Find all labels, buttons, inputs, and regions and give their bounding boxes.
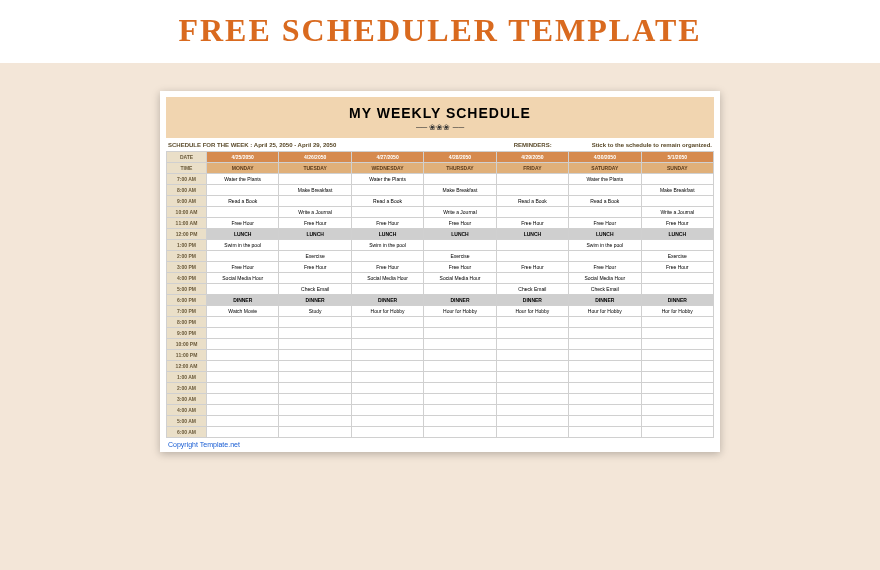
schedule-cell[interactable] — [496, 383, 568, 394]
schedule-cell[interactable] — [351, 207, 423, 218]
schedule-cell[interactable] — [496, 185, 568, 196]
schedule-cell[interactable] — [569, 427, 641, 438]
schedule-cell[interactable]: Free Hour — [569, 262, 641, 273]
schedule-cell[interactable] — [641, 339, 713, 350]
schedule-cell[interactable]: DINNER — [569, 295, 641, 306]
schedule-cell[interactable] — [279, 383, 351, 394]
schedule-cell[interactable]: Water the Plants — [207, 174, 279, 185]
schedule-cell[interactable] — [641, 317, 713, 328]
schedule-cell[interactable] — [279, 240, 351, 251]
schedule-cell[interactable] — [207, 207, 279, 218]
schedule-cell[interactable]: Read a Book — [569, 196, 641, 207]
schedule-cell[interactable]: Social Media Hour — [207, 273, 279, 284]
schedule-cell[interactable] — [496, 416, 568, 427]
schedule-cell[interactable]: Check Email — [569, 284, 641, 295]
schedule-cell[interactable] — [641, 394, 713, 405]
schedule-cell[interactable] — [279, 394, 351, 405]
schedule-cell[interactable]: Read a Book — [351, 196, 423, 207]
schedule-cell[interactable] — [424, 328, 496, 339]
schedule-cell[interactable]: Water the Plants — [351, 174, 423, 185]
schedule-cell[interactable] — [351, 361, 423, 372]
schedule-cell[interactable]: Check Email — [279, 284, 351, 295]
schedule-cell[interactable] — [641, 284, 713, 295]
schedule-cell[interactable] — [351, 416, 423, 427]
schedule-cell[interactable]: Read a Book — [496, 196, 568, 207]
schedule-cell[interactable]: Free Hour — [424, 218, 496, 229]
schedule-cell[interactable] — [496, 317, 568, 328]
schedule-cell[interactable]: Study — [279, 306, 351, 317]
schedule-cell[interactable]: Free Hour — [641, 262, 713, 273]
schedule-cell[interactable] — [569, 339, 641, 350]
schedule-cell[interactable]: DINNER — [496, 295, 568, 306]
schedule-cell[interactable] — [496, 350, 568, 361]
schedule-cell[interactable] — [351, 328, 423, 339]
schedule-cell[interactable] — [641, 416, 713, 427]
schedule-cell[interactable] — [424, 174, 496, 185]
schedule-cell[interactable]: Write a Journal — [279, 207, 351, 218]
schedule-cell[interactable] — [424, 361, 496, 372]
schedule-cell[interactable]: Free Hour — [641, 218, 713, 229]
schedule-cell[interactable]: Make Breakfast — [641, 185, 713, 196]
schedule-cell[interactable] — [424, 196, 496, 207]
schedule-cell[interactable] — [569, 328, 641, 339]
copyright-link[interactable]: Copyright Template.net — [166, 441, 714, 448]
schedule-cell[interactable] — [569, 185, 641, 196]
schedule-cell[interactable] — [351, 185, 423, 196]
schedule-cell[interactable]: LUNCH — [641, 229, 713, 240]
schedule-cell[interactable]: Swim in the pool — [207, 240, 279, 251]
schedule-cell[interactable] — [496, 405, 568, 416]
schedule-cell[interactable] — [351, 251, 423, 262]
schedule-cell[interactable]: Write a Journal — [641, 207, 713, 218]
schedule-cell[interactable] — [569, 416, 641, 427]
schedule-cell[interactable]: Free Hour — [207, 218, 279, 229]
schedule-cell[interactable] — [641, 383, 713, 394]
schedule-cell[interactable]: Read a Book — [207, 196, 279, 207]
schedule-cell[interactable] — [207, 361, 279, 372]
schedule-cell[interactable]: Exercise — [424, 251, 496, 262]
schedule-cell[interactable] — [351, 394, 423, 405]
schedule-cell[interactable] — [641, 174, 713, 185]
schedule-cell[interactable]: LUNCH — [424, 229, 496, 240]
schedule-cell[interactable]: LUNCH — [279, 229, 351, 240]
schedule-cell[interactable] — [641, 405, 713, 416]
schedule-cell[interactable]: LUNCH — [351, 229, 423, 240]
schedule-cell[interactable] — [351, 339, 423, 350]
schedule-cell[interactable] — [424, 383, 496, 394]
schedule-cell[interactable]: LUNCH — [496, 229, 568, 240]
schedule-cell[interactable] — [207, 251, 279, 262]
schedule-cell[interactable]: Social Media Hour — [351, 273, 423, 284]
schedule-cell[interactable] — [424, 350, 496, 361]
schedule-cell[interactable]: LUNCH — [569, 229, 641, 240]
schedule-cell[interactable] — [279, 174, 351, 185]
schedule-cell[interactable] — [207, 427, 279, 438]
schedule-cell[interactable] — [496, 328, 568, 339]
schedule-cell[interactable] — [569, 383, 641, 394]
schedule-cell[interactable]: Hour for Hobby — [351, 306, 423, 317]
schedule-cell[interactable]: DINNER — [424, 295, 496, 306]
schedule-cell[interactable]: Free Hour — [351, 218, 423, 229]
schedule-cell[interactable] — [279, 196, 351, 207]
schedule-cell[interactable] — [279, 427, 351, 438]
schedule-cell[interactable]: Check Email — [496, 284, 568, 295]
schedule-cell[interactable] — [496, 394, 568, 405]
schedule-cell[interactable]: Exercise — [279, 251, 351, 262]
schedule-cell[interactable]: Free Hour — [496, 262, 568, 273]
schedule-cell[interactable] — [496, 240, 568, 251]
schedule-cell[interactable] — [279, 317, 351, 328]
schedule-cell[interactable]: LUNCH — [207, 229, 279, 240]
schedule-cell[interactable] — [424, 416, 496, 427]
schedule-cell[interactable] — [424, 372, 496, 383]
schedule-cell[interactable] — [641, 350, 713, 361]
schedule-cell[interactable] — [279, 361, 351, 372]
schedule-cell[interactable] — [207, 405, 279, 416]
schedule-cell[interactable] — [207, 350, 279, 361]
schedule-cell[interactable]: Watch Movie — [207, 306, 279, 317]
schedule-cell[interactable] — [351, 427, 423, 438]
schedule-cell[interactable] — [207, 284, 279, 295]
schedule-cell[interactable] — [569, 207, 641, 218]
schedule-cell[interactable] — [641, 372, 713, 383]
schedule-cell[interactable] — [424, 240, 496, 251]
schedule-cell[interactable] — [424, 339, 496, 350]
schedule-cell[interactable] — [641, 328, 713, 339]
schedule-cell[interactable] — [569, 394, 641, 405]
